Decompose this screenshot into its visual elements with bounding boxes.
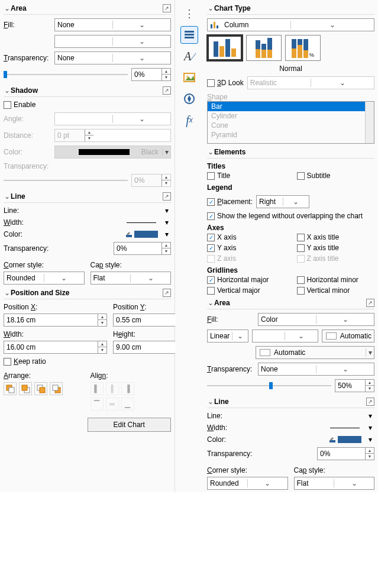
fill-combo-r[interactable]: Color⌄ <box>258 313 374 326</box>
fill-label: Fill: <box>4 21 51 29</box>
charttype-combo[interactable]: Column ⌄ <box>207 18 374 31</box>
more-options-icon[interactable]: ↗ <box>366 398 374 406</box>
gallery-icon[interactable] <box>180 69 198 86</box>
hmajor-check[interactable]: ✓Horizontal major <box>207 276 285 284</box>
spin-down[interactable]: ▼ <box>162 75 170 80</box>
posx-spin[interactable]: ▲▼ <box>4 314 107 327</box>
fill-secondary[interactable]: ⌄ <box>54 35 171 48</box>
send-backward-icon[interactable] <box>34 382 47 395</box>
chevron-down-icon[interactable]: ▾ <box>163 206 171 215</box>
trans-spin[interactable]: ▲▼ <box>131 68 171 81</box>
xtitle-check[interactable]: X axis title <box>297 233 375 241</box>
subtype-normal[interactable] <box>207 35 243 61</box>
zaxis-check: Z axis <box>207 254 285 263</box>
shape-pyramid[interactable]: Pyramid <box>208 130 374 140</box>
section-position[interactable]: ⌄ Position and Size ↗ <box>4 287 171 299</box>
line-width-r[interactable] <box>327 424 363 432</box>
vmajor-check[interactable]: Vertical major <box>207 286 285 295</box>
spin-up[interactable]: ▲ <box>162 69 170 75</box>
enable-shadow[interactable]: Enable <box>4 101 171 109</box>
subtype-percent[interactable]: % <box>285 35 321 61</box>
properties-icon[interactable] <box>180 26 198 44</box>
more-options-icon[interactable]: ↗ <box>163 86 171 95</box>
chevron-down-icon[interactable]: ▾ <box>163 218 171 227</box>
line-width-combo[interactable] <box>124 218 159 227</box>
trans-slider[interactable] <box>4 69 128 80</box>
corner-combo[interactable]: Rounded⌄ <box>4 272 85 285</box>
line-trans-spin-r[interactable]: ▲▼ <box>317 447 374 460</box>
chevron-down-icon[interactable]: ▾ <box>163 230 171 238</box>
svg-rect-6 <box>40 387 45 393</box>
menu-icon[interactable]: ⋮ <box>180 5 198 22</box>
line-color-r[interactable] <box>327 435 363 444</box>
section-charttype[interactable]: ⌄ Chart Type <box>207 2 374 15</box>
bring-front-icon[interactable] <box>4 382 17 395</box>
corner-combo-r[interactable]: Rounded⌄ <box>207 477 288 490</box>
section-line-r[interactable]: ⌄ Line ↗ <box>207 396 374 408</box>
posx-label: Position X: <box>4 303 107 311</box>
section-area[interactable]: ⌄ Area ↗ <box>4 2 171 15</box>
section-elements[interactable]: ⌄ Elements <box>207 146 374 159</box>
bring-forward-icon[interactable] <box>19 382 32 395</box>
section-area-r[interactable]: ⌄ Area ↗ <box>207 297 374 309</box>
keep-ratio[interactable]: Keep ratio <box>4 357 171 366</box>
fill-combo[interactable]: None⌄ <box>54 18 171 31</box>
edit-chart-button[interactable]: Edit Chart <box>88 418 172 432</box>
hminor-check[interactable]: Horizontal minor <box>297 276 375 284</box>
gridlines-label: Gridlines <box>207 266 374 274</box>
line-color-combo[interactable] <box>124 230 159 238</box>
title-check[interactable]: Title <box>207 172 285 180</box>
auto-color2[interactable]: Automatic▾ <box>256 346 374 359</box>
more-options-icon[interactable]: ↗ <box>163 289 171 297</box>
cap-combo[interactable]: Flat⌄ <box>91 272 172 285</box>
ytitle-check[interactable]: Y axis title <box>297 244 375 252</box>
styles-icon[interactable]: A╱ <box>180 47 198 65</box>
trans-combo[interactable]: None⌄ <box>54 51 171 64</box>
vminor-check[interactable]: Vertical minor <box>297 286 375 295</box>
yaxis-check[interactable]: ✓Y axis <box>207 244 285 252</box>
color-picker-icon <box>328 435 337 444</box>
section-shadow[interactable]: ⌄ Shadow ↗ <box>4 85 171 97</box>
shape-list[interactable]: Bar Cylinder Cone Pyramid ▲▼ <box>207 101 374 144</box>
axes-label: Axes <box>207 224 374 232</box>
shape-bar[interactable]: Bar <box>208 102 374 111</box>
color1-combo[interactable]: ⌄ <box>252 329 318 343</box>
more-options-icon[interactable]: ↗ <box>163 192 171 201</box>
3dlook-check[interactable]: 3D Look <box>207 79 244 87</box>
chevron-down-icon: ⌄ <box>112 37 170 46</box>
placement-check[interactable]: ✓Placement: <box>207 198 253 206</box>
trans-spin-r[interactable]: ▲▼ <box>335 379 374 392</box>
send-back-icon[interactable] <box>50 382 63 395</box>
scrollbar[interactable]: ▲▼ <box>365 102 374 143</box>
column-icon <box>210 21 219 29</box>
more-options-icon[interactable]: ↗ <box>366 299 374 307</box>
line-style-r[interactable] <box>327 412 363 420</box>
show-legend-check[interactable]: ✓Show the legend without overlapping the… <box>207 212 374 220</box>
auto-color1[interactable]: Automatic <box>322 329 374 343</box>
svg-rect-0 <box>126 235 132 237</box>
shadow-color-label: Color: <box>4 148 51 156</box>
trans-combo-r[interactable]: None⌄ <box>258 363 374 376</box>
line-color-label-r: Color: <box>207 435 254 444</box>
line-trans-spin[interactable]: ▲▼ <box>114 242 171 255</box>
distance-label: Distance: <box>4 131 51 140</box>
chevron-down-icon: ⌄ <box>112 54 170 62</box>
align-label: Align: <box>91 371 172 380</box>
subtype-stacked[interactable] <box>246 35 282 61</box>
functions-icon[interactable]: fx <box>180 111 198 129</box>
navigator-icon[interactable] <box>180 90 198 108</box>
placement-combo[interactable]: Right⌄ <box>256 195 309 208</box>
cap-combo-r[interactable]: Flat⌄ <box>294 477 375 490</box>
gradient-combo[interactable]: Linear⌄ <box>207 329 248 343</box>
section-line[interactable]: ⌄ Line ↗ <box>4 190 171 203</box>
xaxis-check[interactable]: ✓X axis <box>207 233 285 241</box>
subtitle-check[interactable]: Subtitle <box>297 172 375 180</box>
trans-label-r: Transparency: <box>207 365 254 373</box>
width-spin[interactable]: ▲▼ <box>4 341 107 354</box>
line-style-combo[interactable] <box>124 206 159 215</box>
trans-slider-r[interactable] <box>207 380 331 391</box>
shape-cone[interactable]: Cone <box>208 121 374 130</box>
shape-cylinder[interactable]: Cylinder <box>208 111 374 121</box>
more-options-icon[interactable]: ↗ <box>163 4 171 12</box>
elements-title: Elements <box>214 148 374 156</box>
